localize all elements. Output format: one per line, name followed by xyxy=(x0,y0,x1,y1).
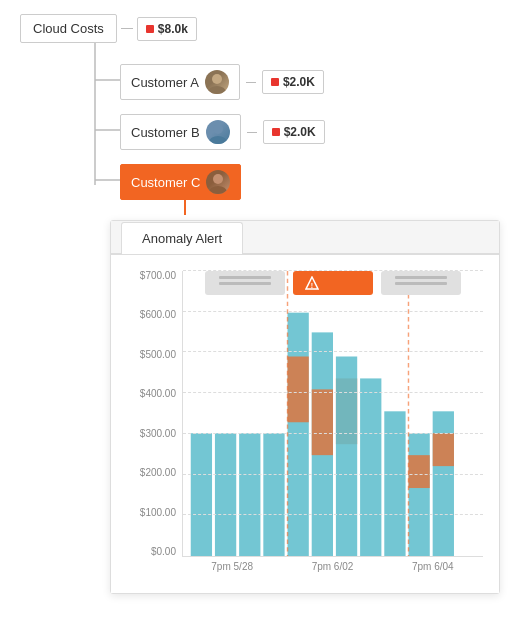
customer-b-dot xyxy=(272,128,280,136)
y-label-400: $400.00 xyxy=(140,389,176,399)
svg-point-9 xyxy=(208,86,226,94)
customer-c-label: Customer C xyxy=(131,175,200,190)
svg-rect-27 xyxy=(336,357,357,557)
grid-300 xyxy=(183,433,483,434)
y-label-300: $300.00 xyxy=(140,429,176,439)
tree-section: Cloud Costs $8.0k Customer A $2.0K Custo… xyxy=(0,0,516,215)
svg-rect-28 xyxy=(360,378,381,556)
customer-b-avatar xyxy=(206,120,230,144)
y-label-100: $100.00 xyxy=(140,508,176,518)
svg-rect-24 xyxy=(288,357,309,423)
y-axis: $700.00 $600.00 $500.00 $400.00 $300.00 … xyxy=(127,271,182,581)
chart-area xyxy=(182,271,483,557)
svg-rect-20 xyxy=(239,433,260,556)
grid-200 xyxy=(183,474,483,475)
cloud-costs-label: Cloud Costs xyxy=(20,14,117,43)
svg-point-15 xyxy=(209,186,227,194)
customer-a-box[interactable]: Customer A xyxy=(120,64,240,100)
cloud-costs-value: $8.0k xyxy=(137,17,197,41)
svg-rect-21 xyxy=(263,433,284,556)
x-label-528: 7pm 5/28 xyxy=(211,561,253,572)
svg-rect-18 xyxy=(191,433,212,556)
svg-point-12 xyxy=(209,136,227,144)
customer-a-node[interactable]: Customer A $2.0K xyxy=(120,64,324,100)
chart-legend: ! xyxy=(182,271,483,295)
legend-item-3 xyxy=(381,271,461,295)
svg-point-8 xyxy=(212,74,222,84)
x-axis: 7pm 5/28 7pm 6/02 7pm 6/04 xyxy=(182,557,483,581)
x-label-602: 7pm 6/02 xyxy=(312,561,354,572)
svg-text:!: ! xyxy=(310,282,312,289)
customer-c-node[interactable]: Customer C xyxy=(120,164,241,200)
legend-item-active: ! xyxy=(293,271,373,295)
customer-b-value: $2.0K xyxy=(263,120,325,144)
legend-item-1 xyxy=(205,271,285,295)
chart-container: ! $700.00 $600.00 $500.00 $400.00 xyxy=(127,271,483,581)
svg-point-14 xyxy=(213,174,223,184)
panel-body: ! $700.00 $600.00 $500.00 $400.00 xyxy=(111,254,499,593)
anomaly-alert-panel: Anomaly Alert ! xyxy=(110,220,500,594)
svg-rect-19 xyxy=(215,433,236,556)
customer-a-label: Customer A xyxy=(131,75,199,90)
svg-rect-30 xyxy=(408,433,429,556)
y-label-500: $500.00 xyxy=(140,350,176,360)
anomaly-alert-tab[interactable]: Anomaly Alert xyxy=(121,222,243,254)
x-label-604: 7pm 6/04 xyxy=(412,561,454,572)
grid-500 xyxy=(183,351,483,352)
customer-b-node[interactable]: Customer B $2.0K xyxy=(120,114,325,150)
warning-icon: ! xyxy=(305,276,319,290)
bar-chart-svg xyxy=(183,271,483,556)
value-dot xyxy=(146,25,154,33)
y-label-600: $600.00 xyxy=(140,310,176,320)
svg-rect-25 xyxy=(312,389,333,455)
svg-rect-33 xyxy=(433,433,454,466)
customer-a-value: $2.0K xyxy=(262,70,324,94)
grid-100 xyxy=(183,514,483,515)
customer-a-dot xyxy=(271,78,279,86)
grid-600 xyxy=(183,311,483,312)
customer-b-box[interactable]: Customer B xyxy=(120,114,241,150)
y-label-0: $0.00 xyxy=(151,547,176,557)
customer-a-avatar xyxy=(205,70,229,94)
customer-c-avatar xyxy=(206,170,230,194)
customer-b-label: Customer B xyxy=(131,125,200,140)
svg-rect-22 xyxy=(288,313,309,556)
svg-rect-32 xyxy=(408,455,429,488)
y-label-200: $200.00 xyxy=(140,468,176,478)
y-label-700: $700.00 xyxy=(140,271,176,281)
cloud-costs-node: Cloud Costs $8.0k xyxy=(20,14,197,43)
svg-point-11 xyxy=(213,124,223,134)
customer-c-box[interactable]: Customer C xyxy=(120,164,241,200)
grid-400 xyxy=(183,392,483,393)
